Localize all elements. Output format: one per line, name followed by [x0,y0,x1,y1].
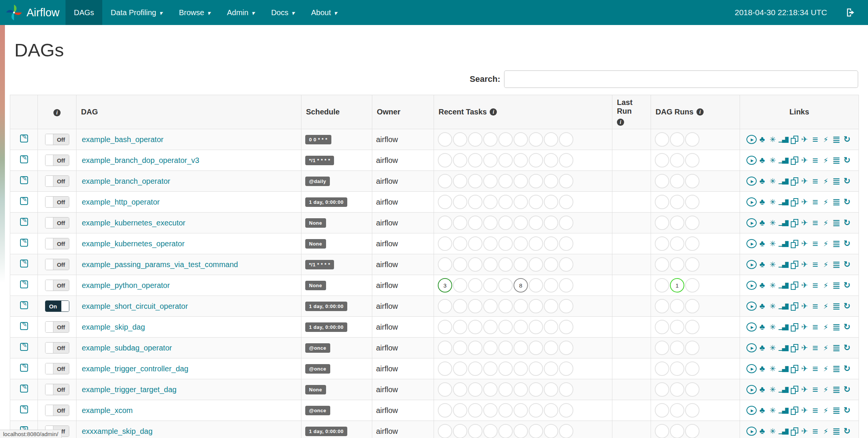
code-view-icon[interactable] [821,301,831,311]
task-state-circle[interactable] [544,195,558,209]
task-state-circle[interactable] [453,153,467,167]
dag-pause-toggle[interactable]: Off [45,342,69,354]
schedule-badge[interactable]: None [305,385,326,394]
task-state-circle[interactable] [438,403,452,418]
trigger-dag-icon[interactable] [746,280,757,291]
dag-run-circle[interactable] [670,320,684,334]
graph-view-icon[interactable] [768,384,778,395]
header-owner[interactable]: Owner [372,95,434,129]
schedule-badge[interactable]: 1 day, 0:00:00 [305,322,347,332]
refresh-icon[interactable] [842,405,852,416]
nav-item-admin[interactable]: Admin [219,0,263,25]
dag-run-circle[interactable] [655,278,669,293]
dag-run-circle[interactable]: 1 [670,278,684,293]
task-state-circle[interactable] [438,320,452,334]
task-duration-icon[interactable] [778,176,789,186]
refresh-icon[interactable] [842,155,852,166]
task-state-circle[interactable] [438,257,452,272]
refresh-icon[interactable] [842,197,852,207]
dag-details-icon[interactable] [831,176,842,186]
task-state-circle[interactable] [498,361,513,376]
task-state-circle[interactable] [483,174,498,188]
dag-pause-toggle[interactable]: Off [45,217,69,228]
task-state-circle[interactable] [438,299,452,313]
edit-dag-icon[interactable] [20,301,28,309]
task-state-circle[interactable] [453,257,467,272]
task-state-circle[interactable] [514,174,528,188]
task-state-circle[interactable] [483,278,498,293]
code-view-icon[interactable] [821,405,831,416]
task-tries-icon[interactable] [789,384,799,395]
task-state-circle[interactable] [438,341,452,355]
dag-run-circle[interactable] [685,299,699,313]
task-duration-icon[interactable] [778,363,789,374]
edit-dag-icon[interactable] [20,280,28,288]
code-view-icon[interactable] [821,134,831,145]
task-state-circle[interactable] [514,257,528,272]
task-state-circle[interactable] [544,216,558,230]
task-state-circle[interactable] [498,195,513,209]
dag-details-icon[interactable] [831,426,842,436]
dag-details-icon[interactable] [831,238,842,249]
dag-run-circle[interactable] [670,424,684,438]
task-tries-icon[interactable] [789,405,799,416]
dag-pause-toggle[interactable]: Off [45,405,69,416]
schedule-badge[interactable]: None [305,239,326,249]
graph-view-icon[interactable] [768,217,778,228]
refresh-icon[interactable] [842,384,852,395]
task-state-circle[interactable] [468,382,482,397]
dag-details-icon[interactable] [831,217,842,228]
landing-times-icon[interactable] [799,134,810,145]
edit-dag-icon[interactable] [20,322,28,330]
dag-run-circle[interactable] [685,132,699,147]
schedule-badge[interactable]: 1 day, 0:00:00 [305,302,347,311]
task-state-circle[interactable]: 3 [438,278,452,293]
info-icon[interactable] [53,109,61,116]
task-state-circle[interactable] [529,403,543,418]
info-icon[interactable] [617,119,624,126]
trigger-dag-icon[interactable] [746,217,757,228]
task-state-circle[interactable] [544,257,558,272]
code-view-icon[interactable] [821,238,831,249]
dag-pause-toggle[interactable]: Off [45,363,69,374]
task-duration-icon[interactable] [778,343,789,353]
task-tries-icon[interactable] [789,426,799,436]
task-state-circle[interactable] [529,174,543,188]
schedule-badge[interactable]: None [305,218,326,228]
graph-view-icon[interactable] [768,134,778,145]
task-state-circle[interactable] [453,236,467,251]
task-state-circle[interactable] [468,403,482,418]
dag-run-circle[interactable] [670,216,684,230]
graph-view-icon[interactable] [768,301,778,311]
dag-run-circle[interactable] [655,174,669,188]
task-duration-icon[interactable] [778,197,789,207]
code-view-icon[interactable] [821,280,831,291]
dag-pause-toggle[interactable]: Off [45,238,69,249]
task-duration-icon[interactable] [778,155,789,166]
task-state-circle[interactable] [438,361,452,376]
dag-run-circle[interactable] [655,257,669,272]
task-duration-icon[interactable] [778,134,789,145]
task-state-circle[interactable] [544,278,558,293]
dag-run-circle[interactable] [670,382,684,397]
task-state-circle[interactable] [529,195,543,209]
tree-view-icon[interactable] [757,259,768,270]
dag-run-circle[interactable] [655,132,669,147]
schedule-badge[interactable]: @once [305,406,330,415]
task-state-circle[interactable] [529,299,543,313]
task-state-circle[interactable] [438,382,452,397]
task-state-circle[interactable] [468,299,482,313]
task-state-circle[interactable] [559,195,573,209]
dag-details-icon[interactable] [831,280,842,291]
task-state-circle[interactable] [453,216,467,230]
gantt-view-icon[interactable] [810,384,821,395]
dag-link[interactable]: example_http_operator [82,198,160,206]
dag-run-circle[interactable] [670,299,684,313]
task-state-circle[interactable] [453,403,467,418]
task-state-circle[interactable] [483,236,498,251]
task-state-circle[interactable] [453,195,467,209]
gantt-view-icon[interactable] [810,238,821,249]
logout-icon[interactable] [845,7,857,18]
task-state-circle[interactable] [529,236,543,251]
task-state-circle[interactable] [498,257,513,272]
